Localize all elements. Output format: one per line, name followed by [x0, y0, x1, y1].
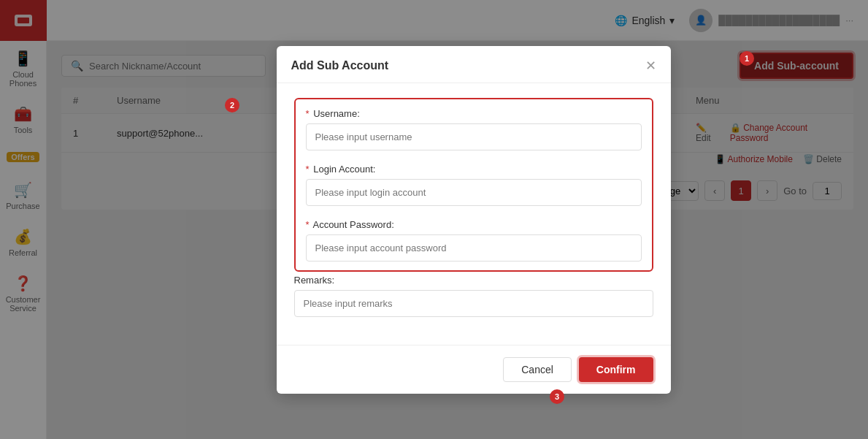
modal-body: * Username: * Login Account: * Account P… — [277, 83, 671, 345]
step2-badge: 2 — [225, 98, 242, 112]
required-fields-highlight: * Username: * Login Account: * Account P… — [294, 98, 653, 272]
remarks-label: Remarks: — [294, 275, 653, 286]
remarks-group: Remarks: — [294, 275, 653, 317]
step3-number: 3 — [550, 389, 564, 404]
modal-title: Add Sub Account — [291, 59, 389, 72]
step1-number: 1 — [740, 51, 754, 66]
login-account-label: * Login Account: — [306, 164, 642, 175]
remarks-input[interactable] — [294, 290, 653, 317]
add-sub-account-modal: Add Sub Account ✕ * Username: * Login Ac… — [277, 46, 671, 394]
confirm-button[interactable]: Confirm — [579, 357, 653, 382]
modal-footer: Cancel Confirm — [277, 345, 671, 394]
login-account-group: * Login Account: — [306, 164, 642, 206]
cancel-button[interactable]: Cancel — [503, 357, 572, 382]
step3-badge: 3 — [550, 389, 567, 404]
login-account-input[interactable] — [306, 179, 642, 206]
modal-header: Add Sub Account ✕ — [277, 46, 671, 83]
username-input[interactable] — [306, 123, 642, 150]
username-label: * Username: — [306, 108, 642, 119]
username-group: * Username: — [306, 108, 642, 150]
step2-number: 2 — [225, 98, 239, 112]
account-password-label: * Account Password: — [306, 219, 642, 230]
modal-close-button[interactable]: ✕ — [645, 58, 656, 74]
account-password-input[interactable] — [306, 234, 642, 262]
step1-badge: 1 — [740, 51, 757, 66]
account-password-group: * Account Password: — [306, 219, 642, 262]
